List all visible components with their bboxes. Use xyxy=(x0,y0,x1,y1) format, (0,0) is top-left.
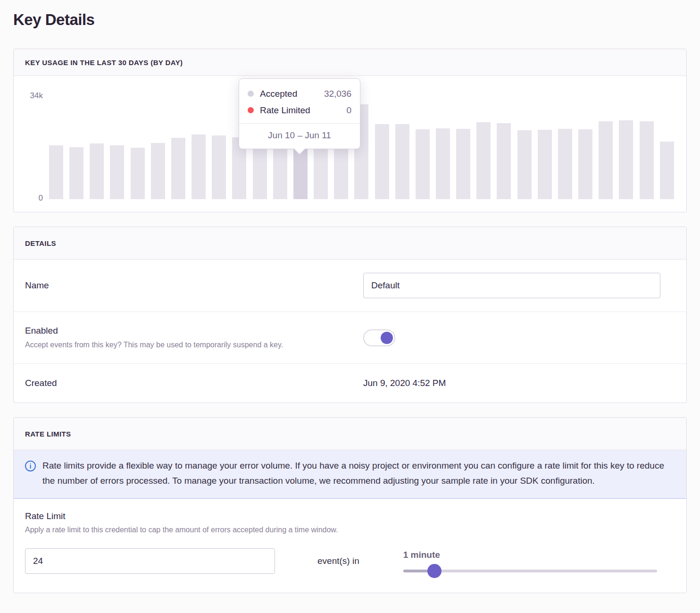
y-axis-min-label: 0 xyxy=(14,193,43,203)
tooltip-rate-limited-row: Rate Limited 0 xyxy=(248,102,351,118)
usage-bar[interactable] xyxy=(538,130,552,199)
window-value-label: 1 minute xyxy=(403,550,657,560)
usage-bar[interactable] xyxy=(375,124,389,199)
usage-bar[interactable] xyxy=(640,121,654,199)
chart-tooltip: Accepted 32,036 Rate Limited 0 Jun 10 – … xyxy=(239,78,360,149)
created-row: Created Jun 9, 2020 4:52 PM xyxy=(14,364,686,403)
usage-bar[interactable] xyxy=(49,145,63,199)
chart-tooltip-body: Accepted 32,036 Rate Limited 0 xyxy=(239,79,360,123)
name-input[interactable] xyxy=(363,273,660,298)
events-in-label: event(s) in xyxy=(317,556,359,566)
rate-limit-count-input[interactable] xyxy=(25,548,275,574)
usage-bar[interactable] xyxy=(131,148,145,199)
slider-track[interactable] xyxy=(403,570,657,572)
usage-bar[interactable] xyxy=(619,120,633,199)
enabled-row: Enabled Accept events from this key? Thi… xyxy=(14,312,686,364)
usage-bar[interactable] xyxy=(151,143,165,199)
usage-bar[interactable] xyxy=(558,129,572,199)
rate-limit-description: Apply a rate limit to this credential to… xyxy=(25,526,675,534)
usage-bar[interactable] xyxy=(90,143,104,199)
usage-bar[interactable] xyxy=(599,121,613,199)
bars-container xyxy=(49,96,674,199)
usage-bar[interactable] xyxy=(69,147,83,199)
rate-limits-info-alert: i Rate limits provide a flexible way to … xyxy=(14,450,686,499)
usage-panel-header: KEY USAGE IN THE LAST 30 DAYS (BY DAY) xyxy=(14,49,686,76)
tooltip-accepted-row: Accepted 32,036 xyxy=(248,85,351,102)
usage-chart: 34k 0 Accepted 32,036 Rate Limited 0 Jun… xyxy=(14,76,686,212)
y-axis-max-label: 34k xyxy=(14,91,43,101)
accepted-value: 32,036 xyxy=(324,89,351,99)
rate-limit-field: Rate Limit Apply a rate limit to this cr… xyxy=(14,499,686,593)
rate-limits-panel-header: RATE LIMITS xyxy=(14,418,686,450)
rate-limited-dot-icon xyxy=(248,107,254,113)
usage-bar[interactable] xyxy=(660,142,674,199)
usage-bar[interactable] xyxy=(436,128,450,199)
details-panel-header: DETAILS xyxy=(14,227,686,260)
accepted-label: Accepted xyxy=(260,89,297,99)
slider-knob[interactable] xyxy=(427,564,442,578)
rate-limit-controls: event(s) in 1 minute xyxy=(25,548,675,574)
rate-limit-window-slider: 1 minute xyxy=(403,550,657,572)
usage-bar[interactable] xyxy=(497,123,511,199)
usage-bar[interactable] xyxy=(456,129,470,199)
usage-bar[interactable] xyxy=(395,124,409,199)
page-title: Key Details xyxy=(13,10,687,29)
usage-bar[interactable] xyxy=(171,138,185,199)
enabled-label: Enabled xyxy=(25,326,354,336)
rate-limits-info-text: Rate limits provide a flexible way to ma… xyxy=(42,458,670,488)
usage-bar[interactable] xyxy=(517,130,532,199)
rate-limits-panel: RATE LIMITS i Rate limits provide a flex… xyxy=(13,417,687,593)
tooltip-date-range: Jun 10 – Jun 11 xyxy=(239,123,360,149)
name-row: Name xyxy=(14,260,686,312)
enabled-toggle[interactable] xyxy=(363,329,395,346)
rate-limited-value: 0 xyxy=(346,105,351,116)
created-label: Created xyxy=(25,378,354,388)
rate-limited-label: Rate Limited xyxy=(260,105,310,116)
created-value: Jun 9, 2020 4:52 PM xyxy=(363,378,446,388)
name-label: Name xyxy=(25,280,354,291)
enabled-description: Accept events from this key? This may be… xyxy=(25,340,354,350)
info-circle-icon: i xyxy=(25,461,36,471)
usage-bar[interactable] xyxy=(416,129,430,199)
usage-bar[interactable] xyxy=(212,135,226,199)
usage-bar[interactable] xyxy=(476,122,491,199)
rate-limit-label: Rate Limit xyxy=(25,511,675,521)
usage-panel: KEY USAGE IN THE LAST 30 DAYS (BY DAY) 3… xyxy=(13,49,687,212)
accepted-dot-icon xyxy=(248,91,254,97)
usage-bar[interactable] xyxy=(578,129,592,199)
usage-bar[interactable] xyxy=(192,134,206,199)
usage-bar[interactable] xyxy=(110,145,124,199)
details-panel: DETAILS Name Enabled Accept events from … xyxy=(13,227,687,403)
toggle-knob-icon xyxy=(381,332,393,344)
